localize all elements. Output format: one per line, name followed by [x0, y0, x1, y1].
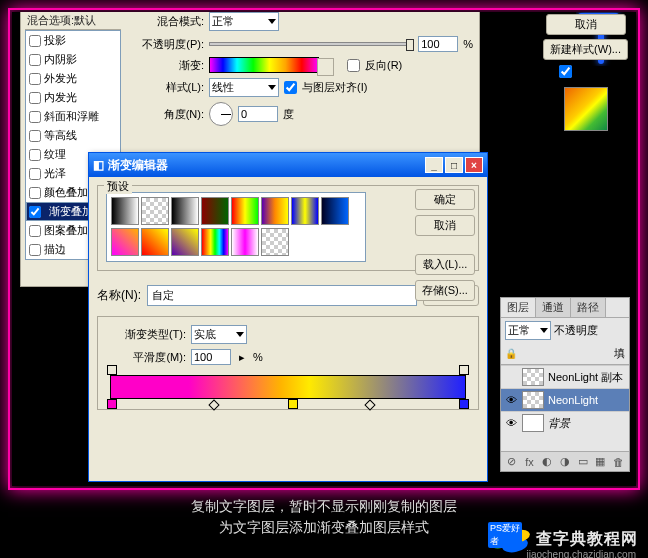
gradient-editor-title: 渐变编辑器: [108, 157, 168, 174]
layer-blend-mode-select[interactable]: 正常: [505, 321, 551, 340]
caption-line1: 复制文字图层，暂时不显示刚刚复制的图层: [0, 496, 648, 517]
effect-inner-shadow[interactable]: 内阴影: [26, 50, 120, 69]
preview-swatch: [564, 87, 608, 131]
angle-field[interactable]: 0: [238, 106, 278, 122]
color-stop[interactable]: [107, 399, 117, 409]
preset-swatch[interactable]: [201, 197, 229, 225]
checkbox[interactable]: [29, 111, 41, 123]
layer-thumb: [522, 368, 544, 386]
ps-badge: PS爱好者: [488, 522, 522, 548]
preset-swatch[interactable]: [321, 197, 349, 225]
gradient-type-select[interactable]: 实底: [191, 325, 247, 344]
effect-outer-glow[interactable]: 外发光: [26, 69, 120, 88]
tab-paths[interactable]: 路径: [571, 298, 606, 317]
mask-icon[interactable]: ◐: [540, 455, 554, 469]
chevron-down-icon: [236, 332, 244, 337]
smoothness-field[interactable]: 100: [191, 349, 231, 365]
name-label: 名称(N):: [97, 287, 141, 304]
preset-swatch[interactable]: [201, 228, 229, 256]
checkbox[interactable]: [29, 130, 41, 142]
checkbox[interactable]: [29, 149, 41, 161]
blend-mode-select[interactable]: 正常: [209, 12, 279, 31]
checkbox[interactable]: [29, 187, 41, 199]
chevron-down-icon: [268, 85, 276, 90]
visibility-toggle[interactable]: [504, 370, 518, 384]
trash-icon[interactable]: 🗑: [611, 455, 625, 469]
minimize-button[interactable]: _: [425, 157, 443, 173]
opacity-field[interactable]: 100: [418, 36, 458, 52]
preview-checkbox[interactable]: [559, 65, 572, 78]
preset-swatch[interactable]: [291, 197, 319, 225]
cancel-button[interactable]: 取消: [415, 215, 475, 236]
checkbox[interactable]: [29, 92, 41, 104]
chevron-down-icon: [268, 19, 276, 24]
opacity-label: 不透明度(P):: [129, 37, 204, 52]
gradient-swatch[interactable]: [209, 57, 319, 73]
preset-swatch[interactable]: [261, 228, 289, 256]
layer-row[interactable]: 👁 背景: [501, 411, 629, 434]
maximize-button[interactable]: □: [445, 157, 463, 173]
effect-drop-shadow[interactable]: 投影: [26, 31, 120, 50]
checkbox[interactable]: [29, 225, 41, 237]
gradient-type-group: 渐变类型(T): 实底 平滑度(M): 100 ▸ %: [97, 316, 479, 410]
checkbox[interactable]: [29, 244, 41, 256]
color-stop[interactable]: [459, 399, 469, 409]
close-button[interactable]: ×: [465, 157, 483, 173]
layer-thumb: [522, 391, 544, 409]
style-select[interactable]: 线性: [209, 78, 279, 97]
cancel-button[interactable]: 取消: [546, 14, 626, 35]
effect-contour[interactable]: 等高线: [26, 126, 120, 145]
reverse-label: 反向(R): [365, 58, 402, 73]
preset-swatch[interactable]: [231, 197, 259, 225]
opacity-stop[interactable]: [107, 365, 117, 375]
presets-label: 预设: [104, 179, 132, 194]
preset-swatch[interactable]: [231, 228, 259, 256]
name-input[interactable]: 自定: [147, 285, 417, 306]
checkbox[interactable]: [29, 206, 41, 218]
gradient-bar[interactable]: [110, 375, 466, 399]
preset-swatch[interactable]: [261, 197, 289, 225]
layer-row[interactable]: NeonLight 副本: [501, 365, 629, 388]
preset-swatch[interactable]: [111, 197, 139, 225]
fx-icon[interactable]: fx: [523, 455, 537, 469]
preset-swatch[interactable]: [111, 228, 139, 256]
layer-name: NeonLight 副本: [548, 370, 623, 385]
preset-swatch[interactable]: [171, 228, 199, 256]
ok-button[interactable]: 确定: [415, 189, 475, 210]
color-stop[interactable]: [288, 399, 298, 409]
layer-row[interactable]: 👁 NeonLight: [501, 388, 629, 411]
preset-swatch[interactable]: [141, 228, 169, 256]
effect-bevel-emboss[interactable]: 斜面和浮雕: [26, 107, 120, 126]
checkbox[interactable]: [29, 168, 41, 180]
tab-layers[interactable]: 图层: [501, 298, 536, 317]
load-button[interactable]: 载入(L)...: [415, 254, 475, 275]
align-label: 与图层对齐(I): [302, 80, 367, 95]
preset-swatch[interactable]: [171, 197, 199, 225]
save-button[interactable]: 存储(S)...: [415, 280, 475, 301]
checkbox[interactable]: [29, 35, 41, 47]
new-layer-icon[interactable]: ▦: [593, 455, 607, 469]
chevron-down-icon[interactable]: ▸: [236, 351, 248, 364]
checkbox[interactable]: [29, 54, 41, 66]
neon-frame: 混合选项:默认 投影 内阴影 外发光 内发光 斜面和浮雕 等高线 纹理 光泽 颜…: [8, 8, 640, 490]
align-checkbox[interactable]: [284, 81, 297, 94]
tab-channels[interactable]: 通道: [536, 298, 571, 317]
angle-dial[interactable]: [209, 102, 233, 126]
slider-thumb[interactable]: [406, 39, 414, 51]
link-icon[interactable]: ⊘: [505, 455, 519, 469]
effect-gradient-overlay[interactable]: 渐变叠加: [26, 202, 96, 221]
opacity-stop[interactable]: [459, 365, 469, 375]
visibility-toggle[interactable]: 👁: [504, 393, 518, 407]
opacity-slider[interactable]: [209, 42, 413, 46]
visibility-toggle[interactable]: 👁: [504, 416, 518, 430]
midpoint-stop[interactable]: [208, 399, 219, 410]
effect-inner-glow[interactable]: 内发光: [26, 88, 120, 107]
new-style-button[interactable]: 新建样式(W)...: [543, 39, 628, 60]
midpoint-stop[interactable]: [364, 399, 375, 410]
gradient-editor-titlebar[interactable]: ◧渐变编辑器 _ □ ×: [89, 153, 487, 177]
folder-icon[interactable]: ▭: [576, 455, 590, 469]
preset-swatch[interactable]: [141, 197, 169, 225]
adjustment-icon[interactable]: ◑: [558, 455, 572, 469]
reverse-checkbox[interactable]: [347, 59, 360, 72]
checkbox[interactable]: [29, 73, 41, 85]
